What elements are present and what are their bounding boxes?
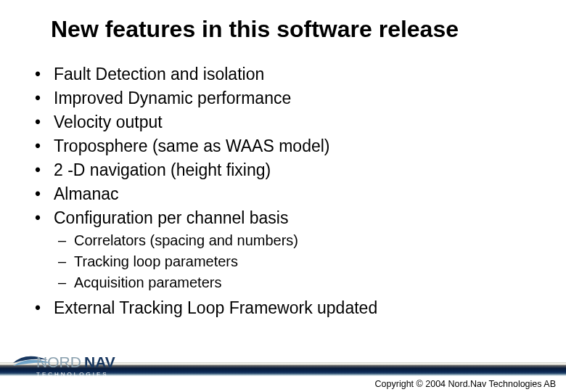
sub-bullet-list: Correlators (spacing and numbers) Tracki… <box>32 231 566 293</box>
bullet-item: 2 -D navigation (height fixing) <box>32 159 566 181</box>
logo-subtext: TECHNOLOGIES <box>36 371 109 377</box>
bullet-item: External Tracking Loop Framework updated <box>32 297 566 319</box>
slide-footer: NORD NAV TECHNOLOGIES Copyright © 2004 N… <box>0 350 566 392</box>
bullet-list: Fault Detection and isolation Improved D… <box>32 63 566 229</box>
sub-bullet-item: Acquisition parameters <box>58 273 566 293</box>
sub-bullet-item: Correlators (spacing and numbers) <box>58 231 566 250</box>
logo-text-nord: NORD <box>36 354 81 370</box>
logo: NORD NAV TECHNOLOGIES <box>12 350 179 379</box>
bullet-item: Troposphere (same as WAAS model) <box>32 135 566 158</box>
copyright-text: Copyright © 2004 Nord.Nav Technologies A… <box>375 379 556 389</box>
slide-title: New features in this software release <box>0 0 566 43</box>
bullet-item: Improved Dynamic performance <box>32 87 566 110</box>
bullet-item: Almanac <box>32 183 566 205</box>
slide-content: Fault Detection and isolation Improved D… <box>0 43 566 319</box>
bullet-list-2: External Tracking Loop Framework updated <box>32 297 566 319</box>
bullet-item: Velocity output <box>32 111 566 134</box>
bullet-item: Configuration per channel basis <box>32 207 566 229</box>
logo-text-nav: NAV <box>84 354 115 370</box>
sub-bullet-item: Tracking loop parameters <box>58 252 566 271</box>
slide: New features in this software release Fa… <box>0 0 566 392</box>
bullet-item: Fault Detection and isolation <box>32 63 566 86</box>
